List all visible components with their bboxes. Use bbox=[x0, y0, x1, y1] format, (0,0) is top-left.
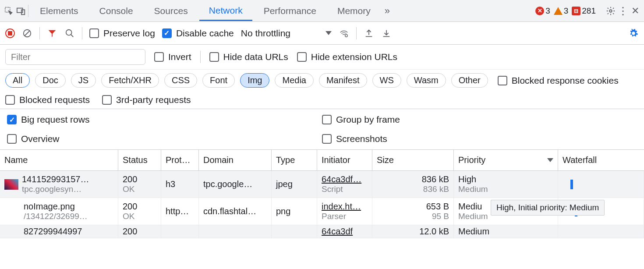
pill-other[interactable]: Other bbox=[451, 73, 488, 88]
extra-filters: Blocked requests 3rd-party requests bbox=[0, 91, 644, 109]
pill-fetch[interactable]: Fetch/XHR bbox=[101, 73, 159, 88]
clear-icon[interactable] bbox=[22, 28, 32, 39]
tab-network[interactable]: Network bbox=[199, 1, 252, 21]
pill-font[interactable]: Font bbox=[202, 73, 235, 88]
col-initiator[interactable]: Initiator bbox=[317, 150, 372, 170]
gear-icon[interactable] bbox=[605, 6, 616, 16]
filter-input[interactable] bbox=[5, 49, 145, 65]
big-rows-checkbox[interactable]: Big request rows bbox=[7, 114, 322, 125]
divider bbox=[28, 5, 28, 17]
error-count: 3 bbox=[545, 6, 550, 16]
network-conditions-icon[interactable] bbox=[339, 28, 349, 39]
disable-cache-checkbox[interactable]: Disable cache bbox=[162, 28, 234, 39]
settings-gear-icon[interactable] bbox=[628, 28, 639, 39]
issue-icon: ⊟ bbox=[572, 7, 580, 15]
pill-img[interactable]: Img bbox=[240, 73, 269, 88]
divider bbox=[82, 27, 82, 39]
table-header: Name Status Prot… Domain Type Initiator … bbox=[0, 150, 644, 171]
search-icon[interactable] bbox=[64, 28, 75, 39]
tab-performance[interactable]: Performance bbox=[254, 1, 326, 21]
col-name[interactable]: Name bbox=[0, 150, 118, 170]
col-size[interactable]: Size bbox=[372, 150, 454, 170]
pill-doc[interactable]: Doc bbox=[35, 73, 66, 88]
divider bbox=[200, 51, 201, 63]
waterfall-bar bbox=[570, 180, 573, 189]
blocked-requests-checkbox[interactable]: Blocked requests bbox=[5, 95, 90, 105]
close-icon[interactable]: ✕ bbox=[630, 6, 640, 16]
filter-bar: Invert Hide data URLs Hide extension URL… bbox=[0, 45, 644, 70]
requests-table: Name Status Prot… Domain Type Initiator … bbox=[0, 150, 644, 238]
error-counts[interactable]: ✕3 3 ⊟281 bbox=[535, 6, 596, 16]
svg-point-3 bbox=[609, 10, 612, 12]
pill-ws[interactable]: WS bbox=[372, 73, 401, 88]
divider bbox=[356, 27, 357, 39]
type-filter-row: All Doc JS Fetch/XHR CSS Font Img Media … bbox=[0, 70, 644, 91]
pill-wasm[interactable]: Wasm bbox=[407, 73, 446, 88]
record-button[interactable] bbox=[5, 28, 15, 38]
upload-icon[interactable] bbox=[364, 28, 374, 39]
priority-tooltip: High, Initial priority: Medium bbox=[491, 200, 605, 216]
download-icon[interactable] bbox=[381, 28, 392, 39]
warning-count: 3 bbox=[564, 6, 569, 16]
overview-checkbox[interactable]: Overview bbox=[7, 134, 322, 144]
table-row[interactable]: 827299944997 200 64ca3df 12.0 kB Medium bbox=[0, 225, 644, 238]
col-priority[interactable]: Priority bbox=[454, 150, 558, 170]
col-protocol[interactable]: Prot… bbox=[161, 150, 199, 170]
sort-icon bbox=[547, 158, 553, 162]
table-row[interactable]: noImage.png/134122/32699… 200OK http… cd… bbox=[0, 198, 644, 225]
thumbnail-icon bbox=[4, 179, 18, 190]
pill-all[interactable]: All bbox=[5, 73, 30, 88]
pill-media[interactable]: Media bbox=[275, 73, 313, 88]
invert-checkbox[interactable]: Invert bbox=[154, 52, 191, 62]
screenshots-checkbox[interactable]: Screenshots bbox=[322, 134, 637, 144]
device-icon[interactable] bbox=[16, 6, 26, 16]
col-status[interactable]: Status bbox=[118, 150, 161, 170]
hide-ext-urls-checkbox[interactable]: Hide extension URLs bbox=[297, 52, 397, 62]
pill-js[interactable]: JS bbox=[71, 73, 96, 88]
issue-count: 281 bbox=[582, 6, 596, 16]
divider bbox=[39, 27, 40, 39]
initiator-link[interactable]: 64ca3df bbox=[322, 227, 368, 237]
svg-point-6 bbox=[345, 34, 348, 37]
devtools-tabbar: Elements Console Sources Network Perform… bbox=[0, 0, 644, 22]
col-waterfall[interactable]: Waterfall bbox=[558, 150, 644, 170]
tab-sources[interactable]: Sources bbox=[145, 1, 198, 21]
initiator-link[interactable]: index.ht… bbox=[322, 202, 368, 212]
more-tabs-icon[interactable]: » bbox=[382, 6, 393, 16]
error-icon: ✕ bbox=[535, 7, 544, 15]
pill-css[interactable]: CSS bbox=[164, 73, 197, 88]
filter-icon[interactable] bbox=[47, 28, 57, 39]
throttle-select[interactable]: No throttling bbox=[241, 28, 332, 39]
warning-icon bbox=[554, 7, 563, 15]
table-row[interactable]: 141152993157…tpc.googlesyn… 200OK h3 tpc… bbox=[0, 171, 644, 198]
kebab-icon[interactable]: ⋮ bbox=[618, 6, 628, 16]
third-party-checkbox[interactable]: 3rd-party requests bbox=[102, 95, 191, 105]
pill-manifest[interactable]: Manifest bbox=[319, 73, 367, 88]
blocked-cookies-checkbox[interactable]: Blocked response cookies bbox=[498, 75, 619, 86]
preserve-log-checkbox[interactable]: Preserve log bbox=[89, 28, 155, 39]
view-options: Big request rows Overview Group by frame… bbox=[0, 109, 644, 150]
col-type[interactable]: Type bbox=[272, 150, 317, 170]
network-toolbar: Preserve log Disable cache No throttling bbox=[0, 22, 644, 45]
tab-memory[interactable]: Memory bbox=[328, 1, 380, 21]
col-domain[interactable]: Domain bbox=[199, 150, 272, 170]
initiator-link[interactable]: 64ca3df… bbox=[322, 174, 368, 184]
tab-elements[interactable]: Elements bbox=[30, 1, 88, 21]
chevron-down-icon bbox=[326, 31, 332, 35]
inspect-icon[interactable] bbox=[4, 6, 14, 16]
hide-data-urls-checkbox[interactable]: Hide data URLs bbox=[209, 52, 288, 62]
group-frame-checkbox[interactable]: Group by frame bbox=[322, 114, 637, 125]
svg-point-5 bbox=[66, 29, 72, 35]
tab-console[interactable]: Console bbox=[90, 1, 143, 21]
